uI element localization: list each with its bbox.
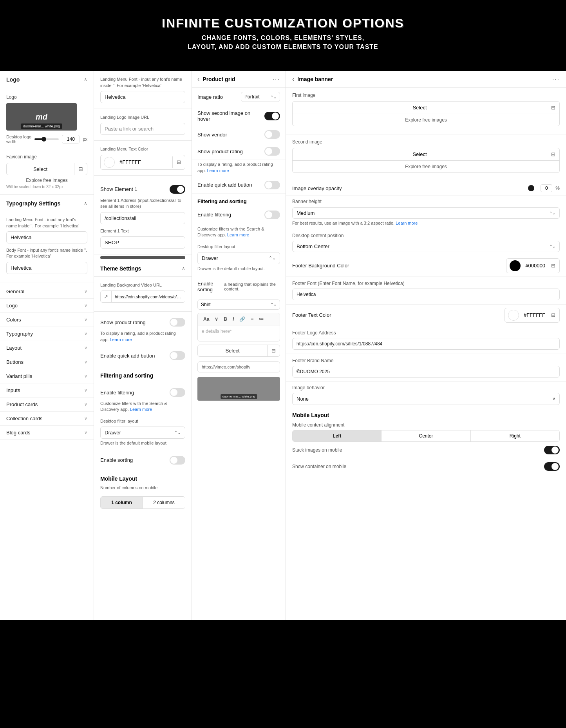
- opacity-value-input[interactable]: [541, 184, 552, 192]
- nav-item-product-cards[interactable]: Product cards ∨: [0, 398, 94, 412]
- mlp-logo-url-input[interactable]: [100, 123, 185, 135]
- rp-more-icon[interactable]: ···: [552, 76, 560, 83]
- rating-learn-more[interactable]: Learn more: [110, 337, 132, 342]
- first-explore-link[interactable]: Explore free images: [293, 114, 559, 126]
- stack-images-toggle[interactable]: [544, 446, 560, 454]
- second-explore-link[interactable]: Explore free images: [293, 161, 559, 172]
- mobile-align-btns: Left Center Right: [292, 430, 560, 442]
- desktop-filter-label-mlp: Desktop filter layout: [100, 418, 185, 424]
- shirt-select[interactable]: Shirt ⌃⌄: [197, 300, 280, 310]
- nav-item-general[interactable]: General ∨: [0, 285, 94, 299]
- filter-learn-more-mlp[interactable]: Learn more: [130, 407, 152, 412]
- logo-width-input[interactable]: [62, 135, 80, 143]
- nav-item-variant-pills[interactable]: Variant pills ∨: [0, 369, 94, 383]
- desktop-filter-layout-mlp: Desktop filter layout Drawer ⌃⌄ Drawer i…: [94, 415, 192, 450]
- col-2-btn[interactable]: 2 columns: [143, 497, 185, 508]
- menu-color-icon[interactable]: ⊟: [172, 156, 185, 168]
- filtering-toggle[interactable]: [170, 388, 185, 397]
- logo-label: Logo: [6, 94, 87, 100]
- sorting-label-mlp: Enable sorting: [100, 457, 133, 463]
- italic-btn[interactable]: I: [231, 316, 235, 323]
- show-rating-toggle[interactable]: [170, 318, 185, 327]
- pg-filter-learn-more[interactable]: Learn more: [227, 232, 249, 237]
- typography-chevron-icon: ∧: [84, 201, 87, 206]
- menu-color-hex: #FFFFFF: [118, 156, 172, 168]
- product-rating-learn-more[interactable]: Learn more: [207, 168, 229, 173]
- mlp-logo-url-section: Landing Logo Image URL: [94, 109, 192, 141]
- nav-item-buttons[interactable]: Buttons ∨: [0, 355, 94, 369]
- banner-learn-more[interactable]: Learn more: [396, 221, 418, 225]
- quick-add-toggle[interactable]: [170, 351, 185, 360]
- show-element1-thumb: [177, 186, 184, 193]
- banner-height-select[interactable]: Medium ⌃⌄: [292, 207, 560, 219]
- second-image-btn[interactable]: Select ⊟: [293, 148, 559, 161]
- image-behavior-label: Image behavior: [292, 385, 560, 390]
- footer-logo-input[interactable]: [292, 338, 560, 350]
- shirt-text: Shirt: [201, 302, 270, 307]
- show-element1-toggle[interactable]: [170, 185, 185, 194]
- typography-panel-header[interactable]: Typography Settings ∧: [0, 195, 94, 212]
- pg-desktop-filter-select[interactable]: Drawer ⌃⌄: [197, 252, 280, 264]
- opacity-circle: [528, 185, 534, 191]
- image-ratio-select[interactable]: Portrait ⌃⌄: [241, 92, 280, 102]
- nav-item-blog-cards[interactable]: Blog cards ∨: [0, 426, 94, 440]
- nav-item-inputs[interactable]: Inputs ∨: [0, 383, 94, 398]
- menu-font-input[interactable]: [6, 231, 87, 243]
- footer-logo-label: Footer Logo Address: [292, 330, 560, 336]
- show-second-image-toggle[interactable]: [264, 112, 280, 120]
- favicon-explore-link[interactable]: Explore free images: [6, 178, 87, 183]
- nav-item-logo[interactable]: Logo ∨: [0, 299, 94, 313]
- product-grid-title: Product grid: [203, 76, 235, 82]
- chevron-btn[interactable]: ∨: [213, 316, 220, 323]
- bg-video-input[interactable]: [112, 292, 185, 302]
- font-size-btn[interactable]: Aa: [202, 316, 211, 323]
- show-product-rating-toggle[interactable]: [264, 147, 280, 156]
- bold-btn[interactable]: B: [222, 316, 229, 323]
- list-btn[interactable]: ≡: [249, 316, 255, 323]
- footer-font-input[interactable]: [292, 289, 560, 300]
- favicon-label: Favicon image: [6, 154, 87, 160]
- pg-filtering-toggle[interactable]: [264, 211, 280, 219]
- nav-item-colors[interactable]: Colors ∨: [0, 313, 94, 327]
- logo-slider[interactable]: [34, 138, 59, 140]
- show-container-toggle[interactable]: [544, 462, 560, 471]
- show-vendor-toggle[interactable]: [264, 130, 280, 139]
- vimeo-input[interactable]: [197, 361, 280, 372]
- nav-label-general: General: [6, 289, 24, 294]
- footer-bg-icon[interactable]: ⊟: [547, 260, 559, 271]
- desktop-filter-select-mlp[interactable]: Drawer ⌃⌄: [100, 427, 185, 439]
- nav-item-typography[interactable]: Typography ∨: [0, 327, 94, 341]
- col-1-btn[interactable]: 1 column: [101, 497, 143, 508]
- pg-filtering-label: Enable filtering: [197, 212, 231, 218]
- element1-address-input[interactable]: [100, 212, 185, 224]
- body-font-input[interactable]: [6, 262, 87, 274]
- nav-label-logo: Logo: [6, 303, 18, 309]
- enable-quick-add-toggle[interactable]: [264, 181, 280, 189]
- product-grid-more-icon[interactable]: ···: [273, 76, 280, 83]
- element1-text-input[interactable]: [100, 236, 185, 249]
- mobile-layout-section: Mobile Layout Mobile content alignment L…: [286, 408, 566, 479]
- nav-chevron-colors: ∨: [84, 317, 87, 322]
- logo-panel-header[interactable]: Logo ∧: [0, 71, 94, 88]
- theme-settings-header[interactable]: Theme Settings ∧: [94, 261, 192, 277]
- sorting-toggle[interactable]: [170, 456, 185, 465]
- mlp-menu-font-input[interactable]: [100, 91, 185, 103]
- content-position-select[interactable]: Bottom Center ⌃⌄: [292, 241, 560, 252]
- favicon-select-btn[interactable]: Select ⊟: [6, 163, 87, 175]
- align-left-btn[interactable]: Left: [293, 430, 381, 441]
- product-grid-back-icon[interactable]: ‹: [197, 76, 199, 83]
- align-right-btn[interactable]: Right: [470, 430, 559, 441]
- image-behavior-select[interactable]: None ∨: [292, 393, 560, 405]
- rp-back-icon[interactable]: ‹: [292, 76, 294, 83]
- align-center-btn[interactable]: Center: [381, 430, 470, 441]
- nav-item-layout[interactable]: Layout ∨: [0, 341, 94, 355]
- nav-item-collection-cards[interactable]: Collection cards ∨: [0, 412, 94, 426]
- enable-quick-add-row: Enable quick add button: [192, 177, 286, 194]
- ordered-list-btn[interactable]: ≔: [257, 316, 265, 323]
- footer-brand-input[interactable]: [292, 366, 560, 378]
- pg-select-icon[interactable]: ⊟: [267, 345, 280, 356]
- mlp-menu-color-section: Landing Menu Text Color #FFFFFF ⊟: [94, 141, 192, 175]
- link-btn[interactable]: 🔗: [238, 316, 247, 323]
- footer-text-color-icon[interactable]: ⊟: [547, 309, 559, 321]
- first-image-btn[interactable]: Select ⊟: [293, 102, 559, 114]
